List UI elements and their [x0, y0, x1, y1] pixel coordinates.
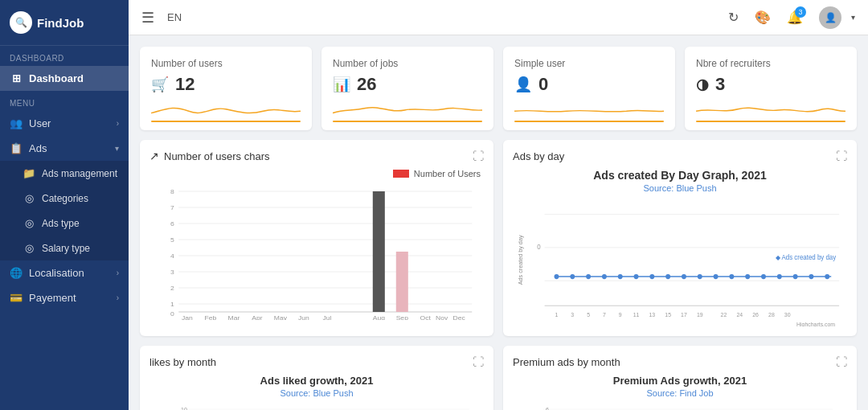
svg-text:22: 22: [721, 311, 727, 318]
stat-card-sparkline-0: [151, 101, 301, 119]
premium-source: Source: Find Job: [513, 388, 847, 398]
sidebar-item-dashboard[interactable]: ⊞ Dashboard: [0, 66, 129, 91]
likes-expand[interactable]: ⛶: [473, 355, 484, 368]
sidebar-item-user[interactable]: 👥 User ›: [0, 111, 129, 136]
svg-point-50: [714, 274, 719, 279]
ads-management-label: Ads management: [42, 168, 117, 179]
stat-card-2: Simple user 👤 0: [503, 47, 675, 130]
users-chart-header: ↗ Number of users chars ⛶: [149, 150, 484, 162]
sidebar-item-salary-type[interactable]: ◎ Salary type: [0, 236, 129, 260]
svg-text:15: 15: [665, 311, 671, 318]
logo-text: FindJob: [37, 16, 84, 30]
svg-text:3: 3: [571, 311, 574, 318]
svg-text:Highcharts.com: Highcharts.com: [796, 322, 835, 326]
stat-card-sparkline-1: [333, 101, 482, 119]
svg-text:11: 11: [633, 311, 640, 318]
svg-text:0: 0: [170, 310, 174, 318]
payement-arrow: ›: [117, 293, 119, 302]
sparkline-svg-0: [151, 101, 301, 119]
premium-panel: Premium ads by month ⛶ Premium Ads growt…: [503, 346, 857, 410]
ads-arrow: ▾: [115, 144, 119, 153]
svg-point-55: [793, 274, 798, 279]
premium-expand[interactable]: ⛶: [836, 355, 847, 368]
svg-text:May: May: [274, 314, 288, 320]
sparkline-svg-1: [333, 101, 482, 119]
svg-text:5: 5: [587, 311, 590, 318]
svg-text:Apr: Apr: [252, 314, 263, 320]
svg-text:7: 7: [170, 203, 174, 211]
ads-icon: 📋: [10, 142, 23, 154]
avatar-dropdown-arrow[interactable]: ▾: [851, 13, 855, 22]
sidebar-item-localisation[interactable]: 🌐 Localisation ›: [0, 260, 129, 285]
refresh-icon[interactable]: ↻: [728, 10, 739, 25]
stat-card-icon-2: 👤: [514, 76, 532, 93]
sidebar-item-ads-management[interactable]: 📁 Ads management: [0, 161, 129, 186]
svg-text:Dec: Dec: [453, 314, 465, 320]
user-icon: 👥: [10, 117, 23, 129]
charts-row: ↗ Number of users chars ⛶ Number of User…: [140, 140, 857, 336]
ads-submenu: 📁 Ads management ◎ Categories ◎ Ads type…: [0, 161, 129, 260]
menu-section-label: MENU: [0, 91, 129, 111]
stat-card-value-1: 📊 26: [333, 74, 482, 95]
stat-card-0: Number of users 🛒 12: [140, 47, 312, 130]
likes-inner-title: Ads liked growth, 2021: [149, 375, 484, 387]
sidebar-logo[interactable]: 🔍 FindJob: [0, 0, 129, 46]
svg-text:10: 10: [181, 407, 187, 410]
palette-icon[interactable]: 🎨: [755, 10, 771, 25]
svg-text:Nov: Nov: [436, 314, 448, 320]
bottom-row: likes by month ⛶ Ads liked growth, 2021 …: [140, 346, 857, 410]
user-arrow: ›: [117, 119, 119, 128]
svg-point-40: [555, 274, 559, 279]
svg-text:19: 19: [697, 311, 703, 318]
language-selector[interactable]: EN: [167, 11, 182, 23]
trend-icon: ↗: [149, 150, 159, 162]
svg-point-46: [649, 274, 654, 279]
svg-point-47: [665, 274, 670, 279]
sidebar-item-payement[interactable]: 💳 Payement ›: [0, 285, 129, 310]
svg-point-42: [586, 274, 591, 279]
users-chart-title: ↗ Number of users chars: [149, 150, 270, 162]
svg-text:Mar: Mar: [228, 314, 240, 320]
svg-rect-19: [396, 252, 408, 312]
user-label: User: [29, 117, 51, 129]
dashboard-section-label: Dashboard: [0, 46, 129, 66]
salary-type-label: Salary type: [42, 243, 90, 254]
svg-text:Ads created by day: Ads created by day: [518, 235, 524, 285]
svg-rect-18: [373, 191, 385, 312]
svg-text:30: 30: [784, 311, 791, 318]
legend-label: Number of Users: [414, 169, 481, 178]
localisation-arrow: ›: [117, 269, 119, 277]
svg-text:1: 1: [170, 300, 174, 308]
svg-text:Feb: Feb: [205, 314, 217, 320]
svg-point-56: [809, 274, 813, 279]
svg-point-45: [634, 274, 639, 279]
ads-type-icon: ◎: [23, 217, 35, 229]
users-chart-expand[interactable]: ⛶: [473, 150, 484, 162]
ads-day-expand[interactable]: ⛶: [836, 150, 847, 162]
likes-header: likes by month ⛶: [149, 355, 484, 368]
hamburger-icon[interactable]: ☰: [141, 9, 154, 27]
premium-svg: month 6 4: [513, 401, 847, 410]
categories-label: Categories: [42, 193, 88, 204]
likes-source: Source: Blue Push: [149, 388, 484, 398]
stat-card-sparkline-3: [696, 101, 845, 119]
ads-day-svg: Ads created by day 0 ◆ Ads created by da…: [513, 198, 847, 326]
notification-icon[interactable]: 🔔 3: [787, 10, 803, 25]
stat-card-value-2: 👤 0: [514, 74, 664, 95]
avatar[interactable]: 👤: [819, 6, 841, 29]
salary-type-icon: ◎: [23, 242, 35, 254]
ads-day-chart-area: Ads created by day 0 ◆ Ads created by da…: [513, 198, 847, 326]
svg-point-44: [618, 274, 623, 279]
home-icon: ⊞: [10, 72, 23, 84]
stat-card-title-0: Number of users: [151, 58, 301, 69]
stat-card-3: Nbre of recruiters ◑ 3: [685, 47, 857, 130]
sidebar-item-categories[interactable]: ◎ Categories: [0, 186, 129, 211]
likes-panel: likes by month ⛶ Ads liked growth, 2021 …: [140, 346, 493, 410]
svg-text:9: 9: [619, 311, 622, 318]
stat-card-icon-1: 📊: [333, 76, 350, 93]
sidebar-item-ads-type[interactable]: ◎ Ads type: [0, 211, 129, 236]
ads-label: Ads: [29, 142, 47, 154]
sidebar-item-ads[interactable]: 📋 Ads ▾: [0, 136, 129, 161]
svg-text:4: 4: [170, 252, 174, 260]
stat-cards-row: Number of users 🛒 12 Number of jobs 📊 26: [140, 47, 857, 130]
